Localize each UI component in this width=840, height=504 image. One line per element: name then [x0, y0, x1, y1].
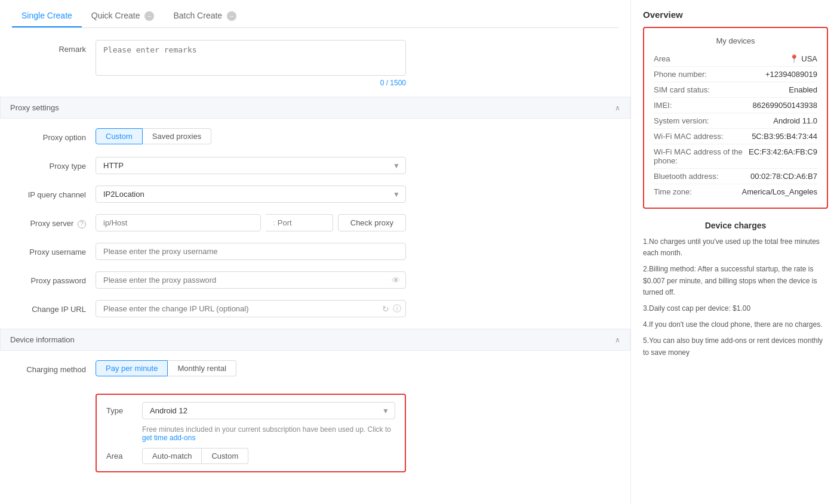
proxy-server-control: : Check proxy	[96, 214, 406, 231]
proxy-type-select[interactable]: HTTP HTTPS SOCKS5	[96, 157, 406, 174]
tab-quick-create[interactable]: Quick Create −	[82, 5, 164, 27]
proxy-host-input[interactable]	[96, 214, 261, 231]
change-ip-row: Change IP URL ↻ ⓘ	[12, 300, 619, 319]
device-info-field: SIM card status:Enabled	[654, 82, 817, 98]
proxy-port-input[interactable]	[278, 218, 325, 227]
device-info-field: IMEI:862699050143938	[654, 98, 817, 113]
device-info-value: EC:F3:42:6A:FB:C9	[749, 147, 817, 156]
proxy-username-control	[96, 243, 406, 260]
device-info-key: Bluetooth address:	[654, 172, 718, 181]
device-info-value: America/Los_Angeles	[742, 187, 817, 196]
tab-single-create[interactable]: Single Create	[12, 5, 82, 27]
overview-area-key: Area	[654, 54, 670, 63]
device-info-key: Wi-Fi MAC address of the phone:	[654, 147, 749, 165]
remark-control: 0 / 1500	[96, 40, 406, 87]
quick-create-icon: −	[144, 11, 154, 21]
overview-area-val: 📍 USA	[789, 54, 817, 63]
device-area-label: Area	[106, 452, 142, 460]
check-proxy-button[interactable]: Check proxy	[338, 214, 406, 231]
proxy-password-input[interactable]	[96, 271, 406, 289]
charge-item: 2.Billing method: After a successful sta…	[643, 264, 828, 298]
proxy-password-label: Proxy password	[12, 271, 96, 290]
charging-monthly-rental[interactable]: Monthly rental	[168, 360, 236, 376]
tab-single-create-label: Single Create	[21, 11, 72, 20]
refresh-icon[interactable]: ↻	[382, 304, 389, 314]
my-devices-box: My devices Area 📍 USA Phone number:+1239…	[643, 27, 828, 209]
charging-pay-per-minute[interactable]: Pay per minute	[96, 360, 168, 376]
proxy-option-control: Custom Saved proxies	[96, 128, 406, 144]
info-icon[interactable]: ⓘ	[393, 304, 401, 314]
proxy-type-row: Proxy type HTTP HTTPS SOCKS5 ▼	[12, 157, 619, 176]
proxy-server-help-icon[interactable]: ?	[78, 220, 86, 228]
main-content: Single Create Quick Create − Batch Creat…	[0, 0, 631, 504]
device-info-field: Wi-Fi MAC address of the phone:EC:F3:42:…	[654, 144, 817, 169]
overview-area-value: USA	[801, 54, 817, 63]
device-box: Type Android 12 Android 11 Android 10 ▼ …	[96, 394, 406, 472]
my-devices-header: My devices	[654, 36, 817, 45]
change-ip-input[interactable]	[96, 300, 406, 317]
device-info-field: Phone number:+12394089019	[654, 67, 817, 82]
charging-options-group: Pay per minute Monthly rental	[96, 360, 406, 376]
proxy-username-input[interactable]	[96, 243, 406, 260]
change-ip-control: ↻ ⓘ	[96, 300, 406, 317]
device-charges-title: Device charges	[643, 221, 828, 230]
overview-title: Overview	[643, 10, 828, 20]
free-minutes-text: Free minutes included in your current su…	[142, 425, 391, 434]
proxy-option-saved[interactable]: Saved proxies	[143, 128, 211, 144]
charge-item: 1.No charges until you've used up the to…	[643, 236, 828, 259]
device-info-chevron: ∧	[615, 336, 620, 344]
tabs-container: Single Create Quick Create − Batch Creat…	[12, 0, 619, 28]
device-info-value: Android 11.0	[773, 116, 817, 125]
location-icon: 📍	[789, 54, 799, 63]
area-auto-match[interactable]: Auto-match	[142, 448, 202, 464]
device-type-label: Type	[106, 406, 142, 415]
proxy-server-label: Proxy server ?	[12, 214, 96, 233]
proxy-option-custom[interactable]: Custom	[96, 128, 143, 144]
right-panel: Overview My devices Area 📍 USA Phone num…	[631, 0, 840, 504]
charging-method-row: Charging method Pay per minute Monthly r…	[12, 360, 619, 379]
device-info-key: Wi-Fi MAC address:	[654, 132, 723, 141]
charge-items-container: 1.No charges until you've used up the to…	[643, 236, 828, 358]
proxy-option-row: Proxy option Custom Saved proxies	[12, 128, 619, 147]
device-info-label: Device information	[10, 335, 75, 344]
device-box-control: Type Android 12 Android 11 Android 10 ▼ …	[96, 389, 406, 472]
device-info-field: Bluetooth address:00:02:78:CD:A6:B7	[654, 169, 817, 184]
device-info-key: Time zone:	[654, 187, 692, 196]
ip-query-label: IP query channel	[12, 185, 96, 205]
eye-icon[interactable]: 👁	[392, 276, 400, 285]
proxy-option-label: Proxy option	[12, 128, 96, 147]
charging-method-control: Pay per minute Monthly rental	[96, 360, 406, 376]
device-type-select-wrap: Android 12 Android 11 Android 10 ▼	[142, 402, 395, 419]
free-minutes-message: Free minutes included in your current su…	[106, 425, 395, 442]
remark-row: Remark 0 / 1500	[12, 40, 619, 87]
remark-input[interactable]	[96, 40, 406, 76]
device-info-value: 862699050143938	[753, 101, 817, 110]
device-info-key: SIM card status:	[654, 85, 710, 94]
tab-batch-create-label: Batch Create	[173, 11, 222, 20]
device-info-field: Wi-Fi MAC address:5C:B3:95:B4:73:44	[654, 129, 817, 144]
remark-label: Remark	[12, 40, 96, 59]
device-box-row: Type Android 12 Android 11 Android 10 ▼ …	[12, 389, 619, 472]
device-area-row: Area Auto-match Custom	[106, 448, 395, 464]
device-info-header[interactable]: Device information ∧	[0, 329, 630, 351]
ip-query-row: IP query channel IP2Location ipinfo.io ▼	[12, 185, 619, 205]
device-info-field: System version:Android 11.0	[654, 113, 817, 129]
proxy-type-control: HTTP HTTPS SOCKS5 ▼	[96, 157, 406, 174]
url-icons: ↻ ⓘ	[382, 304, 401, 314]
tab-quick-create-label: Quick Create	[91, 11, 140, 20]
device-type-row: Type Android 12 Android 11 Android 10 ▼	[106, 402, 395, 419]
proxy-password-row: Proxy password 👁	[12, 271, 619, 290]
device-info-field: Time zone:America/Los_Angeles	[654, 184, 817, 199]
area-custom[interactable]: Custom	[202, 448, 248, 464]
device-info-value: Enabled	[789, 85, 817, 94]
get-time-addons-link[interactable]: get time add-ons	[142, 434, 195, 442]
device-info-value: 00:02:78:CD:A6:B7	[750, 172, 817, 181]
port-prefix: :	[273, 218, 275, 227]
charging-method-label: Charging method	[12, 360, 96, 379]
proxy-port-wrap: :	[266, 214, 333, 231]
tab-batch-create[interactable]: Batch Create −	[164, 5, 246, 27]
proxy-server-inputs: : Check proxy	[96, 214, 406, 231]
proxy-settings-header[interactable]: Proxy settings ∧	[0, 97, 630, 119]
device-type-select[interactable]: Android 12 Android 11 Android 10	[142, 402, 395, 419]
ip-query-select[interactable]: IP2Location ipinfo.io	[96, 185, 406, 203]
